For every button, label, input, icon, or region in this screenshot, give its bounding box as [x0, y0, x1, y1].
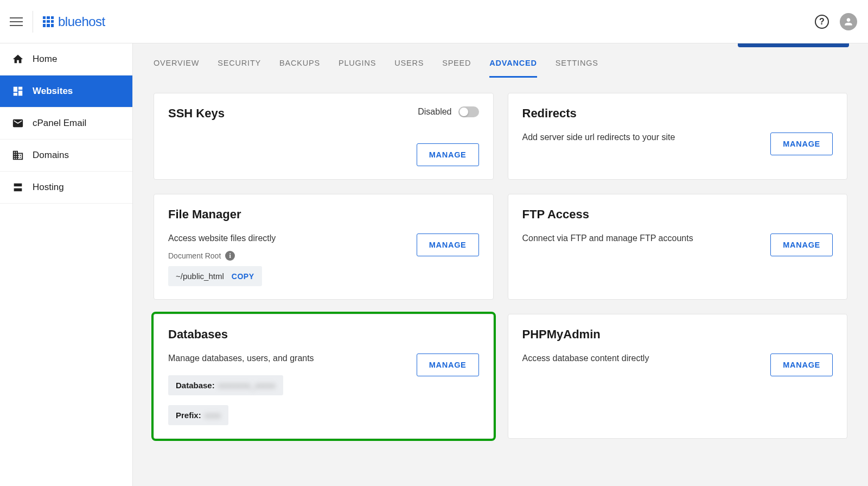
tab-security[interactable]: SECURITY [218, 59, 261, 78]
toggle-label: Disabled [418, 107, 451, 117]
database-value: xxxxxxxx_xxxxx [218, 381, 276, 390]
card-redirects: Redirects Add server side url redirects … [508, 93, 848, 180]
card-description: Access database content directly [522, 354, 649, 363]
sidebar-item-domains[interactable]: Domains [0, 140, 132, 172]
sidebar-item-label: Domains [33, 150, 69, 161]
manage-button[interactable]: MANAGE [417, 354, 479, 376]
cards-grid: SSH Keys Disabled MANAGE Redirects Add s… [133, 78, 868, 454]
manage-button[interactable]: MANAGE [770, 354, 833, 376]
doc-root-label-row: Document Root i [168, 251, 276, 261]
main: OVERVIEW SECURITY BACKUPS PLUGINS USERS … [133, 43, 868, 486]
tab-users[interactable]: USERS [394, 59, 424, 78]
manage-button[interactable]: MANAGE [417, 233, 479, 256]
sidebar-item-label: Hosting [33, 182, 64, 193]
brand-name: bluehost [58, 14, 105, 29]
card-title: PHPMyAdmin [522, 327, 833, 342]
prefix-label: Prefix: [176, 411, 201, 420]
sidebar: Home Websites cPanel Email Domains Hosti… [0, 43, 133, 486]
card-phpmyadmin: PHPMyAdmin Access database content direc… [508, 314, 848, 439]
apps-grid-icon [43, 16, 54, 27]
home-icon [12, 53, 24, 65]
manage-button[interactable]: MANAGE [770, 233, 833, 256]
help-icon[interactable]: ? [815, 15, 829, 29]
sidebar-item-label: cPanel Email [33, 118, 86, 129]
doc-root-label: Document Root [168, 251, 221, 260]
sidebar-item-home[interactable]: Home [0, 43, 132, 75]
database-label: Database: [176, 381, 215, 390]
copy-button[interactable]: COPY [232, 272, 254, 281]
avatar[interactable] [840, 13, 857, 30]
tab-plugins[interactable]: PLUGINS [339, 59, 376, 78]
manage-button[interactable]: MANAGE [770, 132, 833, 155]
server-icon [12, 181, 24, 193]
info-icon[interactable]: i [225, 251, 235, 261]
tab-settings[interactable]: SETTINGS [556, 59, 598, 78]
mail-icon [12, 117, 24, 129]
divider [33, 11, 33, 33]
sidebar-item-websites[interactable]: Websites [0, 75, 132, 108]
topbar: bluehost ? [0, 0, 868, 43]
tab-advanced[interactable]: ADVANCED [489, 59, 537, 78]
prefix-value: xxxx [205, 411, 221, 420]
topbar-right: ? [815, 13, 857, 30]
card-title: Databases [168, 327, 479, 342]
sidebar-item-cpanel-email[interactable]: cPanel Email [0, 108, 132, 140]
tab-speed[interactable]: SPEED [442, 59, 471, 78]
card-title: File Manager [168, 207, 479, 222]
card-title: Redirects [522, 106, 833, 121]
database-prefix-chip: Prefix: xxxx [168, 405, 228, 425]
tabs: OVERVIEW SECURITY BACKUPS PLUGINS USERS … [133, 43, 868, 78]
manage-button[interactable]: MANAGE [417, 143, 479, 166]
tab-backups[interactable]: BACKUPS [279, 59, 320, 78]
card-description: Manage databases, users, and grants [168, 354, 406, 363]
building-icon [12, 149, 24, 161]
partial-button-stub [738, 43, 849, 47]
card-ftp-access: FTP Access Connect via FTP and manage FT… [508, 194, 848, 300]
doc-root-chip: ~/public_html COPY [168, 266, 262, 286]
sidebar-item-label: Home [33, 54, 57, 65]
sidebar-item-hosting[interactable]: Hosting [0, 172, 132, 204]
dashboard-icon [12, 85, 24, 97]
card-description: Access website files directly [168, 233, 276, 243]
menu-icon[interactable] [10, 15, 23, 29]
tab-overview[interactable]: OVERVIEW [154, 59, 199, 78]
card-title: FTP Access [522, 207, 833, 222]
doc-root-path: ~/public_html [176, 272, 224, 281]
sidebar-item-label: Websites [33, 86, 73, 97]
card-description: Connect via FTP and manage FTP accounts [522, 233, 693, 243]
card-ssh-keys: SSH Keys Disabled MANAGE [154, 93, 494, 180]
card-databases: Databases Manage databases, users, and g… [154, 314, 494, 439]
card-file-manager: File Manager Access website files direct… [154, 194, 494, 300]
card-title: SSH Keys [168, 106, 225, 121]
card-description: Add server side url redirects to your si… [522, 132, 675, 142]
database-name-chip: Database: xxxxxxxx_xxxxx [168, 375, 283, 395]
ssh-toggle[interactable] [458, 106, 479, 117]
brand-logo[interactable]: bluehost [43, 14, 105, 29]
